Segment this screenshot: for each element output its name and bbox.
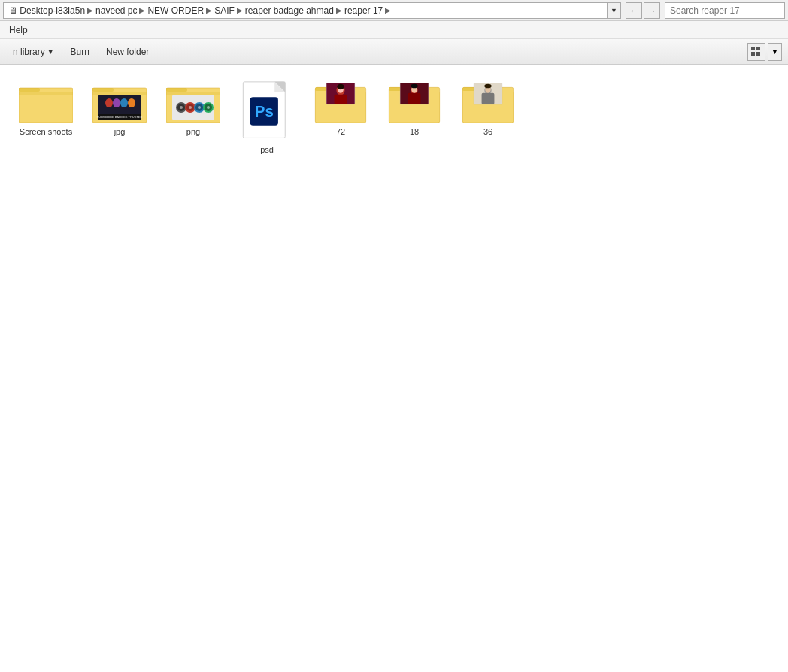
address-bar: 🖥 Desktop-i83ia5n ▶ naveed pc ▶ NEW ORDE…	[0, 0, 788, 21]
burn-label: Burn	[71, 47, 89, 57]
file-name: 18	[410, 127, 419, 136]
path-segment-4: SAIF	[214, 5, 235, 16]
svg-point-18	[105, 98, 113, 107]
file-name: 36	[483, 127, 492, 136]
view-icon-btn[interactable]	[747, 43, 765, 61]
list-item[interactable]: 18	[380, 77, 448, 158]
search-input[interactable]	[665, 2, 785, 19]
svg-rect-6	[19, 88, 40, 92]
path-chevron-4: ▶	[237, 6, 243, 14]
menu-bar: Help	[0, 21, 788, 39]
svg-rect-12	[92, 88, 114, 92]
svg-rect-56	[335, 95, 347, 104]
list-item[interactable]: SUBSCRIBE BADGES TRUSTED jpg	[86, 77, 153, 158]
folder-icon	[19, 80, 73, 124]
svg-rect-67	[408, 93, 421, 104]
file-name: 72	[336, 127, 345, 136]
file-name: jpg	[114, 127, 126, 136]
library-label: n library	[13, 47, 45, 57]
list-item[interactable]: 72	[307, 77, 374, 158]
svg-point-41	[198, 106, 201, 109]
burn-btn[interactable]: Burn	[64, 44, 96, 60]
toolbar: n library ▼ Burn New folder ▼	[0, 39, 788, 65]
svg-rect-0	[751, 47, 755, 50]
address-dropdown-btn[interactable]: ▼	[608, 2, 621, 19]
path-segment-6: reaper 17	[344, 5, 383, 16]
file-name: Screen shoots	[20, 127, 72, 136]
path-chevron-5: ▶	[336, 6, 342, 14]
svg-rect-7	[19, 92, 73, 123]
path-segment-1: 🖥 Desktop-i83ia5n	[8, 5, 85, 16]
svg-rect-28	[166, 92, 220, 95]
file-name: psd	[260, 145, 274, 154]
path-chevron-1: ▶	[87, 6, 93, 14]
svg-rect-3	[756, 52, 760, 56]
svg-rect-26	[166, 88, 187, 92]
svg-rect-8	[19, 92, 73, 95]
new-folder-btn[interactable]: New folder	[99, 44, 156, 60]
psd-icon: Ps	[240, 80, 294, 142]
list-item[interactable]: 36	[454, 77, 522, 158]
svg-point-80	[484, 84, 491, 89]
svg-rect-78	[482, 93, 495, 104]
library-btn[interactable]: n library ▼	[6, 44, 61, 60]
svg-point-20	[120, 98, 128, 107]
view-dropdown-btn[interactable]: ▼	[768, 43, 782, 61]
folder-png-icon	[166, 80, 220, 124]
library-chevron-icon: ▼	[47, 48, 54, 56]
path-segment-2: naveed pc	[95, 5, 137, 16]
back-btn[interactable]: ←	[626, 2, 642, 19]
address-path[interactable]: 🖥 Desktop-i83ia5n ▶ naveed pc ▶ NEW ORDE…	[3, 2, 608, 19]
svg-rect-2	[751, 52, 755, 56]
list-item[interactable]: Screen shoots	[12, 77, 80, 158]
menu-help[interactable]: Help	[3, 23, 34, 37]
path-segment-3: NEW ORDER	[147, 5, 204, 16]
svg-text:SUBSCRIBE BADGES TRUSTED: SUBSCRIBE BADGES TRUSTED	[97, 115, 143, 119]
folder-36-icon	[461, 80, 515, 124]
list-item[interactable]: png	[159, 77, 227, 158]
svg-point-21	[128, 98, 135, 107]
file-area: Screen shoots SUB	[0, 65, 788, 170]
path-chevron-6: ▶	[385, 6, 391, 14]
file-name: png	[186, 127, 200, 136]
list-item[interactable]: Ps psd	[233, 77, 301, 158]
svg-point-42	[207, 106, 210, 109]
svg-point-39	[180, 106, 183, 109]
svg-rect-1	[756, 47, 760, 50]
svg-point-69	[411, 84, 417, 89]
path-chevron-3: ▶	[206, 6, 212, 14]
forward-btn[interactable]: →	[644, 2, 660, 19]
nav-buttons: ← →	[624, 2, 660, 19]
folder-18-icon	[387, 80, 441, 124]
svg-point-40	[189, 106, 192, 109]
new-folder-label: New folder	[106, 47, 149, 57]
folder-with-thumbnail-icon: SUBSCRIBE BADGES TRUSTED	[92, 80, 147, 124]
svg-text:Ps: Ps	[255, 102, 274, 120]
folder-72-icon	[314, 80, 368, 124]
path-segment-5: reaper badage ahmad	[245, 5, 334, 16]
svg-point-58	[337, 84, 344, 89]
view-grid-icon	[751, 47, 762, 57]
svg-rect-14	[92, 92, 147, 95]
path-chevron-2: ▶	[139, 6, 145, 14]
svg-point-19	[113, 98, 120, 107]
